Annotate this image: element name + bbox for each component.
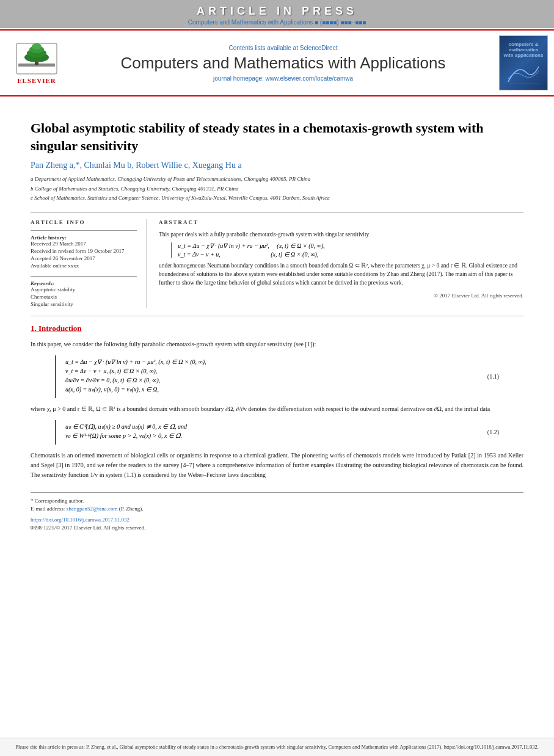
affiliation-c: c School of Mathematics, Statistics and … bbox=[31, 194, 523, 203]
sciencedirect-link[interactable]: ScienceDirect bbox=[300, 45, 338, 51]
intro-para1: In this paper, we consider the following… bbox=[31, 340, 523, 349]
abstract-label: ABSTRACT bbox=[159, 219, 523, 225]
article-info-column: ARTICLE INFO Article history: Received 2… bbox=[31, 219, 147, 308]
banner-title: ARTICLE IN PRESS bbox=[0, 5, 554, 18]
eq-1-2-line-2: v₀ ∈ W¹·ᵖ(Ω) for some p > 2, v₀(x) > 0, … bbox=[65, 432, 478, 439]
email-label: E-mail address: bbox=[31, 506, 65, 512]
abstract-equations: u_t = Δu − χ∇ · (u∇ ln v) + ru − μu², (x… bbox=[171, 242, 523, 258]
intro-para2: where χ, μ > 0 and r ∈ ℝ, Ω ⊂ ℝ² is a bo… bbox=[31, 404, 523, 414]
journal-title: Computers and Mathematics with Applicati… bbox=[73, 54, 493, 73]
equation-1-1-block: u_t = Δu − χ∇ · (u∇ ln v) + ru − μu², (x… bbox=[55, 355, 499, 398]
available-online: Available online xxxx bbox=[31, 263, 137, 269]
affiliation-b: b College of Mathematics and Statistics,… bbox=[31, 185, 523, 194]
journal-cover: computers &mathematicswith applications bbox=[499, 35, 548, 90]
elsevier-label: ELSEVIER bbox=[17, 77, 56, 84]
homepage-url[interactable]: www.elsevier.com/locate/camwa bbox=[266, 75, 353, 82]
keyword-2: Chemotaxis bbox=[31, 294, 137, 300]
article-title: Global asymptotic stability of steady st… bbox=[31, 120, 523, 154]
revised-date: Received in revised form 19 October 2017 bbox=[31, 248, 137, 254]
main-content: Global asymptotic stability of steady st… bbox=[0, 96, 554, 738]
article-history: Article history: Received 29 March 2017 … bbox=[31, 234, 137, 269]
abstract-text2: under homogeneous Neumann boundary condi… bbox=[159, 261, 523, 288]
cover-graphic bbox=[505, 60, 542, 85]
authors: Pan Zheng a,*, Chunlai Mu b, Robert Will… bbox=[31, 161, 523, 170]
journal-header: ELSEVIER Contents lists available at Sci… bbox=[0, 29, 554, 96]
doi-link[interactable]: https://doi.org/10.1016/j.camwa.2017.11.… bbox=[31, 517, 523, 523]
equation-1-2-system: u₀ ∈ C⁰(Ω̄), u₀(x) ≥ 0 and u₀(x) ≢ 0, x … bbox=[55, 420, 478, 445]
eq-1-1-line-1: u_t = Δu − χ∇ · (u∇ ln v) + ru − μu², (x… bbox=[65, 358, 478, 365]
history-label: Article history: bbox=[31, 234, 137, 241]
author-names: Pan Zheng a,*, Chunlai Mu b, Robert Will… bbox=[31, 161, 242, 170]
cover-title: computers &mathematicswith applications bbox=[504, 42, 544, 58]
please-cite-text: Please cite this article in press as: P.… bbox=[15, 744, 539, 750]
copyright: © 2017 Elsevier Ltd. All rights reserved… bbox=[159, 293, 523, 299]
abstract-column: ABSTRACT This paper deals with a fully p… bbox=[159, 219, 523, 308]
affiliation-a: a Department of Applied Mathematics, Cho… bbox=[31, 175, 523, 184]
bottom-bar: Please cite this article in press as: P.… bbox=[0, 738, 554, 756]
elsevier-logo: ELSEVIER bbox=[6, 42, 67, 84]
equation-1-2-number: (1.2) bbox=[478, 420, 499, 445]
section-divider bbox=[31, 316, 523, 316]
page: ARTICLE IN PRESS Computers and Mathemati… bbox=[0, 0, 554, 756]
elsevier-tree-icon bbox=[15, 42, 58, 76]
equation-1-1-number: (1.1) bbox=[478, 355, 499, 398]
homepage-link: journal homepage: www.elsevier.com/locat… bbox=[73, 75, 493, 82]
corresponding-author: * Corresponding author. bbox=[31, 498, 523, 504]
intro-para3: Chemotaxis is an oriented movement of bi… bbox=[31, 451, 523, 480]
equation-1-1-system: u_t = Δu − χ∇ · (u∇ ln v) + ru − μu², (x… bbox=[55, 355, 478, 398]
article-in-press-banner: ARTICLE IN PRESS Computers and Mathemati… bbox=[0, 0, 554, 28]
banner-journal-ref: Computers and Mathematics with Applicati… bbox=[0, 19, 554, 26]
keywords-label: Keywords: bbox=[31, 280, 137, 286]
eq-1-1-line-4: u(x, 0) = u₀(x), v(x, 0) = v₀(x), x ∈ Ω, bbox=[65, 386, 478, 393]
keyword-3: Singular sensitivity bbox=[31, 301, 137, 307]
eq-1-2-line-1: u₀ ∈ C⁰(Ω̄), u₀(x) ≥ 0 and u₀(x) ≢ 0, x … bbox=[65, 423, 478, 430]
issn-line: 0898-1221/© 2017 Elsevier Ltd. All right… bbox=[31, 525, 523, 531]
email-line: E-mail address: zhengpan52@sina.com (P. … bbox=[31, 506, 523, 512]
article-info-label: ARTICLE INFO bbox=[31, 219, 137, 225]
journal-info: Contents lists available at ScienceDirec… bbox=[67, 45, 499, 82]
keywords-section: Keywords: Asymptotic stability Chemotaxi… bbox=[31, 280, 137, 307]
sciencedirect-label: Contents lists available at ScienceDirec… bbox=[73, 45, 493, 51]
email-link[interactable]: zhengpan52@sina.com bbox=[66, 506, 117, 512]
eq-1-1-line-3: ∂u/∂ν = ∂v/∂ν = 0, (x, t) ∈ Ω × (0, ∞), bbox=[65, 377, 478, 383]
svg-point-5 bbox=[32, 43, 42, 49]
equation-1-2-block: u₀ ∈ C⁰(Ω̄), u₀(x) ≥ 0 and u₀(x) ≢ 0, x … bbox=[55, 420, 499, 445]
eq-1-1-line-2: v_t = Δv − v + u, (x, t) ∈ Ω × (0, ∞), bbox=[65, 368, 478, 374]
article-info-abstract: ARTICLE INFO Article history: Received 2… bbox=[31, 213, 523, 308]
intro-heading: 1. Introduction bbox=[31, 324, 523, 333]
accepted-date: Accepted 26 November 2017 bbox=[31, 255, 137, 261]
footnote-area: * Corresponding author. E-mail address: … bbox=[31, 492, 523, 531]
received-date: Received 29 March 2017 bbox=[31, 241, 137, 247]
abstract-text1: This paper deals with a fully parabolic … bbox=[159, 230, 523, 239]
email-suffix: (P. Zheng). bbox=[119, 506, 144, 512]
affiliations: a Department of Applied Mathematics, Cho… bbox=[31, 175, 523, 203]
abstract-eq-2: v_t = Δv − v + u, (x, t) ∈ Ω × (0, ∞), bbox=[178, 251, 523, 258]
abstract-eq-1: u_t = Δu − χ∇ · (u∇ ln v) + ru − μu², (x… bbox=[178, 242, 523, 249]
keyword-1: Asymptotic stability bbox=[31, 286, 137, 293]
